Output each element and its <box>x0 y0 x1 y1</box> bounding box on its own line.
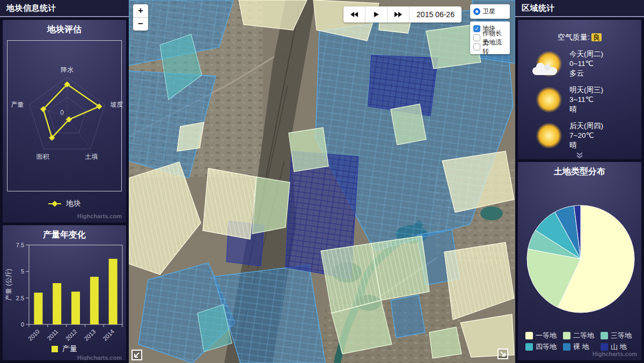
legend-swatch <box>525 343 533 351</box>
zoom-in-button[interactable]: + <box>133 4 148 17</box>
satellite-map[interactable] <box>129 0 515 363</box>
svg-text:2010: 2010 <box>27 328 41 342</box>
expand-map-left-icon[interactable] <box>131 349 143 361</box>
pie-legend-item[interactable]: 四等地 <box>525 342 563 352</box>
yearly-yield-panel: 产量年变化 02.557.5产量 (公斤)2010201120122013201… <box>3 225 126 360</box>
legend-label: 三等地 <box>611 331 632 340</box>
timeline-date: 2015 06-26 <box>409 6 462 23</box>
legend-label: 二等地 <box>573 331 594 340</box>
radar-chart: 降水坡度土填面积产量0 <box>8 41 126 191</box>
series-marker-icon <box>48 201 62 206</box>
highcharts-credits[interactable]: Highcharts.com <box>592 351 637 357</box>
sun-icon <box>536 87 562 113</box>
weather-day-tomorrow: 明天(周三) 3~11℃ 晴 <box>536 85 641 114</box>
checkbox-icon[interactable] <box>473 25 480 32</box>
highcharts-credits[interactable]: Highcharts.com <box>77 354 122 360</box>
sun-cloud-icon <box>536 51 562 77</box>
radar-chart-title: 地块评估 <box>3 20 126 35</box>
play-icon <box>373 11 379 18</box>
weather-desc: 多云 <box>569 69 603 78</box>
legend-label: 裸 地 <box>573 342 589 352</box>
right-sidebar-title: 区域统计 <box>515 0 644 17</box>
legend-swatch <box>525 332 533 339</box>
basemap-selector: 卫星 <box>470 4 510 19</box>
radar-legend[interactable]: 地块 <box>3 199 126 209</box>
satellite-radio-row[interactable]: 卫星 <box>473 7 507 16</box>
map-zoom-control: + − <box>133 4 148 31</box>
fast-forward-button[interactable] <box>387 6 409 23</box>
weather-expand-control[interactable] <box>518 152 641 159</box>
svg-text:降水: 降水 <box>61 66 74 73</box>
weather-day-name: 后天(周四) <box>569 121 603 131</box>
plot-evaluation-panel: 地块评估 降水坡度土填面积产量0 地块 Highcharts.com <box>3 20 126 223</box>
pie-chart[interactable] <box>518 180 641 320</box>
legend-swatch <box>563 343 570 351</box>
weather-day-name: 今天(周二) <box>569 49 603 59</box>
legend-label: 四等地 <box>536 342 557 352</box>
svg-text:2.5: 2.5 <box>16 295 24 301</box>
right-sidebar: 区域统计 空气质量:良 今天(周二) 0~11℃ 多云 明天(周三) 3~11℃… <box>515 0 644 363</box>
svg-text:土填: 土填 <box>85 153 98 160</box>
svg-text:产量 (公斤): 产量 (公斤) <box>5 269 12 300</box>
chevron-down-icon <box>575 152 584 159</box>
pie-legend: 一等地二等地三等地四等地裸 地山 地 <box>525 331 638 352</box>
legend-swatch <box>563 332 570 339</box>
bar-legend-label: 产量 <box>62 344 77 354</box>
land-type-panel: 土地类型分布 一等地二等地三等地四等地裸 地山 地 Highcharts.com <box>518 162 641 360</box>
svg-text:2014: 2014 <box>101 328 115 342</box>
svg-text:2011: 2011 <box>46 328 59 342</box>
bar-chart: 02.557.5产量 (公斤)20102011201220132014 <box>3 242 126 350</box>
weather-day-name: 明天(周三) <box>569 85 603 95</box>
svg-text:5: 5 <box>21 268 24 275</box>
rewind-button[interactable] <box>343 6 365 23</box>
checkbox-icon[interactable] <box>473 43 480 50</box>
svg-text:产量: 产量 <box>11 101 24 108</box>
weather-day-today: 今天(周二) 0~11℃ 多云 <box>536 49 641 78</box>
timeline-playbar: 2015 06-26 <box>343 6 462 23</box>
pie-chart-title: 土地类型分布 <box>518 162 641 177</box>
play-button[interactable] <box>365 6 387 23</box>
left-sidebar-title: 地块信息统计 <box>0 0 129 17</box>
weather-desc: 晴 <box>569 140 603 150</box>
expand-map-right-icon[interactable] <box>497 348 509 360</box>
pie-legend-item[interactable]: 三等地 <box>601 331 638 340</box>
checkbox-icon[interactable] <box>473 34 480 41</box>
series-swatch <box>52 346 58 352</box>
weather-desc: 晴 <box>569 105 603 114</box>
fast-forward-icon <box>394 11 402 18</box>
weather-temp: 3~11℃ <box>569 95 603 105</box>
legend-label: 一等地 <box>536 331 557 340</box>
left-sidebar: 地块信息统计 地块评估 降水坡度土填面积产量0 地块 Highcharts.co… <box>0 0 129 363</box>
svg-text:0: 0 <box>21 321 24 328</box>
bar-chart-title: 产量年变化 <box>3 225 126 241</box>
legend-swatch <box>601 332 608 339</box>
svg-text:坡度: 坡度 <box>110 101 123 108</box>
layer-row-land-transfer[interactable]: 土地流转 <box>473 42 507 51</box>
weather-day-after: 后天(周四) 7~20℃ 晴 <box>536 121 641 150</box>
radar-plot-area: 降水坡度土填面积产量0 <box>7 40 122 191</box>
highcharts-credits[interactable]: Highcharts.com <box>77 213 122 219</box>
weather-temp: 7~20℃ <box>569 131 603 140</box>
air-quality-row: 空气质量:良 <box>518 33 641 42</box>
zoom-out-button[interactable]: − <box>133 17 148 31</box>
svg-text:面积: 面积 <box>36 153 50 160</box>
air-quality-badge: 良 <box>591 33 602 41</box>
air-quality-label: 空气质量: <box>558 33 590 41</box>
svg-text:2012: 2012 <box>64 328 78 342</box>
radar-legend-label: 地块 <box>66 199 81 209</box>
rewind-icon <box>350 11 358 18</box>
radio-selected-icon[interactable] <box>473 8 480 15</box>
pie-legend-item[interactable]: 二等地 <box>563 331 601 340</box>
svg-text:2013: 2013 <box>83 328 97 342</box>
layer-label: 土地流转 <box>482 38 507 56</box>
weather-panel: 空气质量:良 今天(周二) 0~11℃ 多云 明天(周三) 3~11℃ 晴 后 <box>518 20 641 159</box>
legend-swatch <box>601 343 608 351</box>
svg-text:0: 0 <box>60 109 64 116</box>
weather-temp: 0~11℃ <box>569 59 603 69</box>
map-viewport[interactable]: + − 2015 06-26 卫星 地块 <box>129 0 515 363</box>
layer-toggle-panel: 地块 作物长势 土地流转 <box>470 21 510 54</box>
svg-text:7.5: 7.5 <box>16 242 24 248</box>
sun-icon <box>536 123 562 149</box>
bar-legend[interactable]: 产量 <box>3 344 126 354</box>
pie-legend-item[interactable]: 一等地 <box>525 331 563 340</box>
